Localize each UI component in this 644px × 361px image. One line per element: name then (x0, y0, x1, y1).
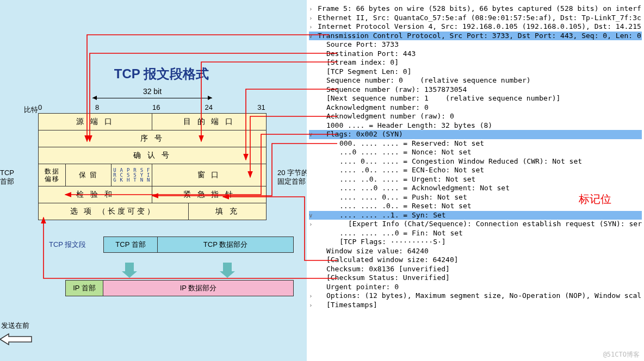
packet-line[interactable]: Sequence number: 0 (relative sequence nu… (309, 76, 642, 85)
send-arrow-icon (0, 333, 33, 346)
fixed-header-side-label: 20 字节的 固定首部 (277, 169, 308, 186)
packet-line[interactable]: ∨Transmission Control Protocol, Src Port… (309, 32, 642, 41)
packet-line-text: Options: (12 bytes), Maximum segment siz… (326, 291, 641, 300)
packet-line[interactable]: Acknowledgment number (raw): 0 (309, 112, 642, 121)
packet-line-text: Checksum: 0x8136 [unverified] (326, 265, 450, 273)
caret-icon[interactable]: ∨ (309, 130, 313, 140)
packet-line-text: .... ...0 .... = Acknowledgment: Not set (339, 184, 510, 192)
packet-line-text: [TCP Segment Len: 0] (326, 67, 412, 76)
packet-line[interactable]: .... 0... .... = Congestion Window Reduc… (309, 157, 642, 166)
packet-line[interactable]: [Checksum Status: Unverified] (309, 273, 642, 283)
packet-line[interactable]: [Stream index: 0] (309, 58, 642, 67)
field-flags: URG ACK PSH RST SYN FIN (112, 164, 152, 186)
packet-line-text: Internet Protocol Version 4, Src: 192.16… (318, 22, 641, 30)
packet-line-text: Urgent pointer: 0 (326, 283, 399, 291)
packet-line[interactable]: Checksum: 0x8136 [unverified] (309, 265, 642, 274)
packet-line-text: Transmission Control Protocol, Src Port:… (318, 32, 641, 40)
packet-line[interactable]: ›Ethernet II, Src: QuantaCo_57:5e:af (08… (309, 14, 642, 23)
svg-marker-0 (0, 334, 32, 345)
packet-line-text: ...0 .... .... = Nonce: Not set (339, 148, 472, 156)
packet-line-text: .... .... .0.. = Reset: Not set (339, 202, 472, 210)
packet-line[interactable]: ›Frame 5: 66 bytes on wire (528 bits), 6… (309, 4, 642, 14)
packet-line[interactable]: [TCP Segment Len: 0] (309, 67, 642, 77)
packet-line-text: Sequence number: 0 (relative sequence nu… (326, 76, 531, 84)
tcp-header-table: 源 端 口 目 的 端 口 序 号 确 认 号 数据偏移 保 留 URG ACK… (38, 113, 267, 220)
packet-line[interactable]: .... .... ...0 = Fin: Not set (309, 229, 642, 238)
packet-line[interactable]: Acknowledgment number: 0 (309, 103, 642, 113)
packet-details-panel: ›Frame 5: 66 bytes on wire (528 bits), 6… (307, 0, 644, 361)
field-reserved: 保 留 (66, 164, 112, 186)
packet-line[interactable]: ...0 .... .... = Nonce: Not set (309, 148, 642, 157)
packet-line-text: Destination Port: 443 (326, 49, 416, 58)
packet-line[interactable]: .... .0.. .... = ECN-Echo: Not set (309, 166, 642, 175)
packet-line[interactable]: Sequence number (raw): 1357873054 (309, 85, 642, 95)
packet-line-text: .... .... ..1. = Syn: Set (339, 211, 446, 219)
packet-line[interactable]: .... ..0. .... = Urgent: Not set (309, 175, 642, 184)
packet-line-text: 000. .... .... = Reserved: Not set (339, 139, 484, 147)
packet-line[interactable]: ›Internet Protocol Version 4, Src: 192.1… (309, 22, 642, 32)
packet-line-text: Source Port: 3733 (326, 40, 399, 48)
packet-line[interactable]: ›[Expert Info (Chat/Sequence): Connectio… (309, 220, 642, 229)
field-options: 选 项 （长度可变） (39, 203, 189, 220)
packet-line[interactable]: Window size value: 64240 (309, 247, 642, 256)
field-urgent: 紧 急 指 针 (152, 186, 266, 203)
down-arrow-icon (125, 263, 134, 272)
tcp-data-box: TCP 数据部分 (158, 236, 294, 253)
packet-line-text: [Expert Info (Chat/Sequence): Connection… (348, 220, 642, 228)
diagram-title: TCP 报文段格式 (22, 65, 301, 83)
packet-line-text: [Next sequence number: 1 (relative seque… (326, 94, 560, 102)
packet-line-text: Frame 5: 66 bytes on wire (528 bits), 66… (318, 4, 641, 13)
caret-icon[interactable]: › (309, 14, 313, 23)
packet-line-text: [Stream index: 0] (326, 58, 399, 66)
field-checksum: 检 验 和 (39, 186, 152, 203)
field-dest-port: 目 的 端 口 (152, 114, 266, 130)
field-sequence: 序 号 (39, 130, 266, 147)
caret-icon[interactable]: › (309, 220, 313, 229)
bit-ruler: 32 bit 比特 0 8 16 24 31 (38, 87, 267, 113)
packet-line[interactable]: .... ...0 .... = Acknowledgment: Not set (309, 184, 642, 193)
packet-line[interactable]: 1000 .... = Header Length: 32 bytes (8) (309, 121, 642, 130)
encapsulation-diagram: TCP 报文段 TCP 首部 TCP 数据部分 IP 首部 IP 数据部分 (54, 236, 301, 296)
packet-line[interactable]: 000. .... .... = Reserved: Not set (309, 139, 642, 148)
packet-line[interactable]: ∨.... .... ..1. = Syn: Set (309, 211, 642, 220)
packet-line[interactable]: [TCP Flags: ··········S·] (309, 238, 642, 247)
packet-line-text: Window size value: 64240 (326, 247, 429, 255)
tcp-diagram-panel: TCP 报文段格式 32 bit 比特 0 8 16 24 31 源 端 口 目… (0, 0, 307, 361)
packet-line[interactable]: Source Port: 3733 (309, 40, 642, 49)
flags-annotation: 标记位 (579, 195, 611, 204)
packet-line-text: .... ..0. .... = Urgent: Not set (339, 175, 475, 183)
packet-line-text: .... 0... .... = Congestion Window Reduc… (339, 157, 582, 165)
field-window: 窗 口 (152, 164, 266, 186)
field-padding: 填 充 (189, 203, 266, 220)
packet-line-text: .... .... ...0 = Fin: Not set (339, 229, 463, 237)
packet-line[interactable]: Urgent pointer: 0 (309, 283, 642, 292)
tcp-header-side-label: TCP 首部 (0, 169, 14, 186)
packet-line-text: Acknowledgment number (raw): 0 (326, 112, 454, 120)
send-first-label: 发送在前 (1, 321, 29, 331)
caret-icon[interactable]: › (309, 301, 313, 310)
bit-width-label: 32 bit (143, 87, 162, 96)
caret-icon[interactable]: › (309, 23, 313, 32)
watermark: @51CTO博客 (603, 350, 640, 359)
packet-line-text: Acknowledgment number: 0 (326, 103, 429, 111)
packet-line-text: [Timestamps] (326, 301, 377, 309)
packet-line-text: [Calculated window size: 64240] (326, 256, 459, 264)
packet-line[interactable]: [Calculated window size: 64240] (309, 256, 642, 265)
packet-line-text: [TCP Flags: ··········S·] (339, 238, 446, 246)
field-data-offset: 数据偏移 (39, 164, 66, 186)
caret-icon[interactable]: ∨ (309, 32, 313, 41)
packet-line-text: .... .... 0... = Push: Not set (339, 193, 467, 201)
packet-line-text: .... .0.. .... = ECN-Echo: Not set (339, 166, 484, 174)
packet-tree[interactable]: ›Frame 5: 66 bytes on wire (528 bits), 6… (309, 4, 642, 309)
caret-icon[interactable]: › (309, 5, 313, 14)
caret-icon[interactable]: › (309, 292, 313, 301)
packet-line[interactable]: ∨Flags: 0x002 (SYN) (309, 130, 642, 139)
caret-icon[interactable]: ∨ (309, 211, 313, 221)
packet-line[interactable]: ›Options: (12 bytes), Maximum segment si… (309, 291, 642, 301)
packet-line[interactable]: [Next sequence number: 1 (relative seque… (309, 94, 642, 103)
packet-line[interactable]: Destination Port: 443 (309, 49, 642, 59)
bit-prefix: 比特 (24, 105, 38, 115)
packet-line[interactable]: ›[Timestamps] (309, 301, 642, 310)
tcp-header-box: TCP 首部 (103, 236, 158, 253)
field-ack: 确 认 号 (39, 147, 266, 164)
